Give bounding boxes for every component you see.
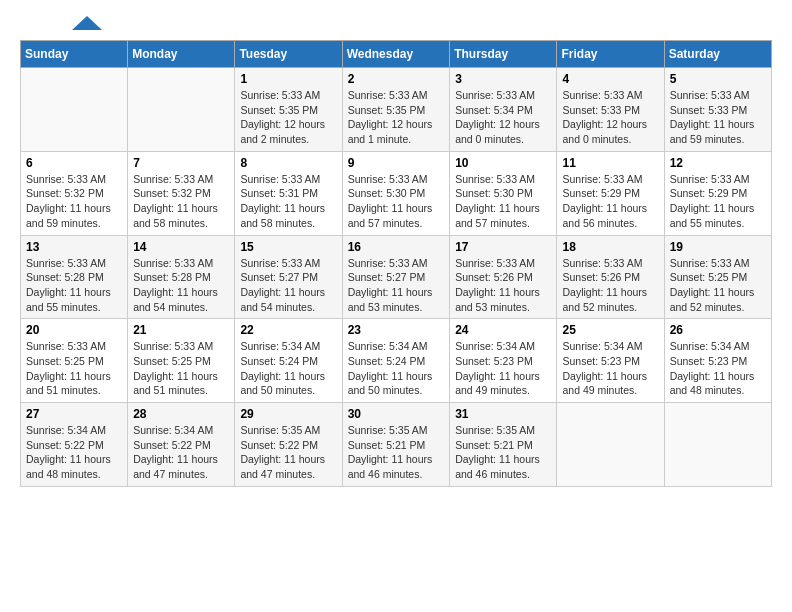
day-info: Sunrise: 5:35 AM Sunset: 5:21 PM Dayligh… bbox=[348, 423, 445, 482]
day-number: 13 bbox=[26, 240, 122, 254]
calendar-week-row: 13Sunrise: 5:33 AM Sunset: 5:28 PM Dayli… bbox=[21, 235, 772, 319]
calendar-day-cell: 7Sunrise: 5:33 AM Sunset: 5:32 PM Daylig… bbox=[128, 151, 235, 235]
day-number: 27 bbox=[26, 407, 122, 421]
calendar-day-cell: 20Sunrise: 5:33 AM Sunset: 5:25 PM Dayli… bbox=[21, 319, 128, 403]
calendar-week-row: 20Sunrise: 5:33 AM Sunset: 5:25 PM Dayli… bbox=[21, 319, 772, 403]
day-info: Sunrise: 5:33 AM Sunset: 5:31 PM Dayligh… bbox=[240, 172, 336, 231]
calendar-day-cell: 17Sunrise: 5:33 AM Sunset: 5:26 PM Dayli… bbox=[450, 235, 557, 319]
day-number: 29 bbox=[240, 407, 336, 421]
day-number: 31 bbox=[455, 407, 551, 421]
calendar-day-cell: 5Sunrise: 5:33 AM Sunset: 5:33 PM Daylig… bbox=[664, 68, 771, 152]
day-info: Sunrise: 5:33 AM Sunset: 5:25 PM Dayligh… bbox=[670, 256, 766, 315]
calendar-day-cell: 29Sunrise: 5:35 AM Sunset: 5:22 PM Dayli… bbox=[235, 403, 342, 487]
day-info: Sunrise: 5:33 AM Sunset: 5:27 PM Dayligh… bbox=[348, 256, 445, 315]
calendar-day-cell: 1Sunrise: 5:33 AM Sunset: 5:35 PM Daylig… bbox=[235, 68, 342, 152]
day-info: Sunrise: 5:33 AM Sunset: 5:34 PM Dayligh… bbox=[455, 88, 551, 147]
day-info: Sunrise: 5:33 AM Sunset: 5:26 PM Dayligh… bbox=[455, 256, 551, 315]
calendar-day-cell: 18Sunrise: 5:33 AM Sunset: 5:26 PM Dayli… bbox=[557, 235, 664, 319]
day-number: 25 bbox=[562, 323, 658, 337]
calendar-day-cell: 26Sunrise: 5:34 AM Sunset: 5:23 PM Dayli… bbox=[664, 319, 771, 403]
weekday-header: Monday bbox=[128, 41, 235, 68]
calendar-day-cell: 19Sunrise: 5:33 AM Sunset: 5:25 PM Dayli… bbox=[664, 235, 771, 319]
calendar-day-cell: 28Sunrise: 5:34 AM Sunset: 5:22 PM Dayli… bbox=[128, 403, 235, 487]
calendar-day-cell: 30Sunrise: 5:35 AM Sunset: 5:21 PM Dayli… bbox=[342, 403, 450, 487]
day-info: Sunrise: 5:33 AM Sunset: 5:27 PM Dayligh… bbox=[240, 256, 336, 315]
day-info: Sunrise: 5:35 AM Sunset: 5:21 PM Dayligh… bbox=[455, 423, 551, 482]
calendar-day-cell: 31Sunrise: 5:35 AM Sunset: 5:21 PM Dayli… bbox=[450, 403, 557, 487]
day-number: 19 bbox=[670, 240, 766, 254]
day-number: 22 bbox=[240, 323, 336, 337]
day-number: 18 bbox=[562, 240, 658, 254]
calendar-day-cell: 14Sunrise: 5:33 AM Sunset: 5:28 PM Dayli… bbox=[128, 235, 235, 319]
day-info: Sunrise: 5:33 AM Sunset: 5:32 PM Dayligh… bbox=[133, 172, 229, 231]
calendar-day-cell: 23Sunrise: 5:34 AM Sunset: 5:24 PM Dayli… bbox=[342, 319, 450, 403]
day-number: 24 bbox=[455, 323, 551, 337]
calendar-day-cell: 22Sunrise: 5:34 AM Sunset: 5:24 PM Dayli… bbox=[235, 319, 342, 403]
calendar-week-row: 27Sunrise: 5:34 AM Sunset: 5:22 PM Dayli… bbox=[21, 403, 772, 487]
day-info: Sunrise: 5:33 AM Sunset: 5:33 PM Dayligh… bbox=[670, 88, 766, 147]
logo bbox=[20, 20, 102, 30]
day-number: 26 bbox=[670, 323, 766, 337]
calendar-day-cell bbox=[128, 68, 235, 152]
day-info: Sunrise: 5:33 AM Sunset: 5:30 PM Dayligh… bbox=[348, 172, 445, 231]
day-info: Sunrise: 5:34 AM Sunset: 5:22 PM Dayligh… bbox=[133, 423, 229, 482]
day-info: Sunrise: 5:33 AM Sunset: 5:32 PM Dayligh… bbox=[26, 172, 122, 231]
day-number: 2 bbox=[348, 72, 445, 86]
day-info: Sunrise: 5:34 AM Sunset: 5:24 PM Dayligh… bbox=[348, 339, 445, 398]
weekday-header: Sunday bbox=[21, 41, 128, 68]
calendar-day-cell: 13Sunrise: 5:33 AM Sunset: 5:28 PM Dayli… bbox=[21, 235, 128, 319]
calendar-day-cell bbox=[557, 403, 664, 487]
calendar-day-cell: 24Sunrise: 5:34 AM Sunset: 5:23 PM Dayli… bbox=[450, 319, 557, 403]
day-info: Sunrise: 5:33 AM Sunset: 5:25 PM Dayligh… bbox=[133, 339, 229, 398]
day-info: Sunrise: 5:34 AM Sunset: 5:22 PM Dayligh… bbox=[26, 423, 122, 482]
day-info: Sunrise: 5:33 AM Sunset: 5:33 PM Dayligh… bbox=[562, 88, 658, 147]
calendar-week-row: 6Sunrise: 5:33 AM Sunset: 5:32 PM Daylig… bbox=[21, 151, 772, 235]
svg-marker-0 bbox=[72, 16, 102, 30]
day-info: Sunrise: 5:34 AM Sunset: 5:23 PM Dayligh… bbox=[562, 339, 658, 398]
day-number: 14 bbox=[133, 240, 229, 254]
day-info: Sunrise: 5:35 AM Sunset: 5:22 PM Dayligh… bbox=[240, 423, 336, 482]
day-number: 6 bbox=[26, 156, 122, 170]
calendar-day-cell: 6Sunrise: 5:33 AM Sunset: 5:32 PM Daylig… bbox=[21, 151, 128, 235]
day-number: 17 bbox=[455, 240, 551, 254]
day-number: 23 bbox=[348, 323, 445, 337]
day-number: 15 bbox=[240, 240, 336, 254]
logo-icon bbox=[72, 16, 102, 30]
day-info: Sunrise: 5:33 AM Sunset: 5:35 PM Dayligh… bbox=[240, 88, 336, 147]
calendar-week-row: 1Sunrise: 5:33 AM Sunset: 5:35 PM Daylig… bbox=[21, 68, 772, 152]
weekday-header: Saturday bbox=[664, 41, 771, 68]
calendar-day-cell: 15Sunrise: 5:33 AM Sunset: 5:27 PM Dayli… bbox=[235, 235, 342, 319]
calendar-day-cell: 25Sunrise: 5:34 AM Sunset: 5:23 PM Dayli… bbox=[557, 319, 664, 403]
calendar-day-cell: 27Sunrise: 5:34 AM Sunset: 5:22 PM Dayli… bbox=[21, 403, 128, 487]
day-info: Sunrise: 5:33 AM Sunset: 5:30 PM Dayligh… bbox=[455, 172, 551, 231]
day-number: 8 bbox=[240, 156, 336, 170]
calendar-day-cell: 10Sunrise: 5:33 AM Sunset: 5:30 PM Dayli… bbox=[450, 151, 557, 235]
day-info: Sunrise: 5:33 AM Sunset: 5:26 PM Dayligh… bbox=[562, 256, 658, 315]
day-number: 7 bbox=[133, 156, 229, 170]
day-number: 4 bbox=[562, 72, 658, 86]
day-number: 5 bbox=[670, 72, 766, 86]
day-number: 9 bbox=[348, 156, 445, 170]
day-number: 11 bbox=[562, 156, 658, 170]
day-number: 21 bbox=[133, 323, 229, 337]
day-info: Sunrise: 5:34 AM Sunset: 5:23 PM Dayligh… bbox=[670, 339, 766, 398]
day-info: Sunrise: 5:33 AM Sunset: 5:28 PM Dayligh… bbox=[26, 256, 122, 315]
day-number: 30 bbox=[348, 407, 445, 421]
page-header bbox=[20, 20, 772, 30]
weekday-header: Tuesday bbox=[235, 41, 342, 68]
day-info: Sunrise: 5:33 AM Sunset: 5:35 PM Dayligh… bbox=[348, 88, 445, 147]
day-info: Sunrise: 5:33 AM Sunset: 5:28 PM Dayligh… bbox=[133, 256, 229, 315]
day-info: Sunrise: 5:33 AM Sunset: 5:29 PM Dayligh… bbox=[670, 172, 766, 231]
day-number: 1 bbox=[240, 72, 336, 86]
day-number: 12 bbox=[670, 156, 766, 170]
day-number: 28 bbox=[133, 407, 229, 421]
weekday-header: Thursday bbox=[450, 41, 557, 68]
calendar-day-cell: 21Sunrise: 5:33 AM Sunset: 5:25 PM Dayli… bbox=[128, 319, 235, 403]
calendar-day-cell: 3Sunrise: 5:33 AM Sunset: 5:34 PM Daylig… bbox=[450, 68, 557, 152]
calendar-day-cell: 16Sunrise: 5:33 AM Sunset: 5:27 PM Dayli… bbox=[342, 235, 450, 319]
calendar-day-cell: 4Sunrise: 5:33 AM Sunset: 5:33 PM Daylig… bbox=[557, 68, 664, 152]
calendar-day-cell: 2Sunrise: 5:33 AM Sunset: 5:35 PM Daylig… bbox=[342, 68, 450, 152]
calendar-day-cell: 9Sunrise: 5:33 AM Sunset: 5:30 PM Daylig… bbox=[342, 151, 450, 235]
weekday-header: Wednesday bbox=[342, 41, 450, 68]
calendar-header-row: SundayMondayTuesdayWednesdayThursdayFrid… bbox=[21, 41, 772, 68]
